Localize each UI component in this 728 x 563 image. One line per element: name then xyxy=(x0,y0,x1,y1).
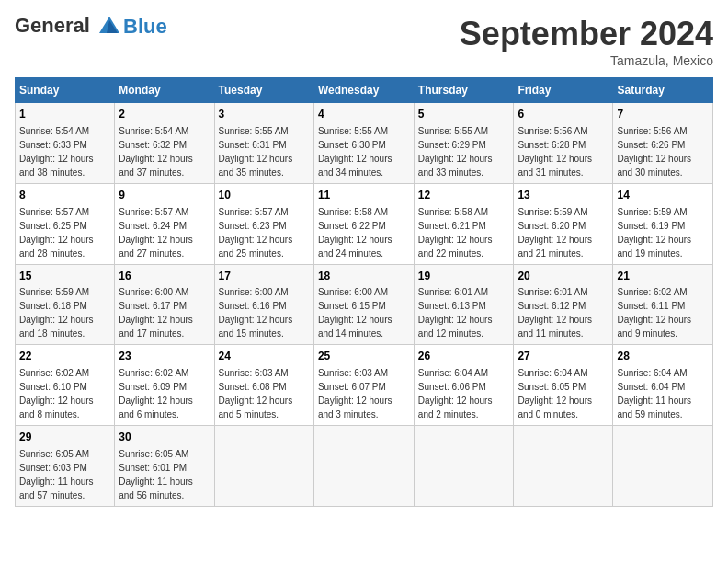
calendar-table: SundayMondayTuesdayWednesdayThursdayFrid… xyxy=(15,77,713,507)
calendar-day-cell: 17 Sunrise: 6:00 AMSunset: 6:16 PMDaylig… xyxy=(214,264,313,345)
logo-icon xyxy=(97,15,121,39)
calendar-day-cell: 25 Sunrise: 6:03 AMSunset: 6:07 PMDaylig… xyxy=(313,345,414,426)
calendar-day-cell: 5 Sunrise: 5:55 AMSunset: 6:29 PMDayligh… xyxy=(414,103,514,184)
calendar-day-cell xyxy=(613,426,713,507)
calendar-body: 1 Sunrise: 5:54 AMSunset: 6:33 PMDayligh… xyxy=(16,103,713,507)
calendar-day-cell: 16 Sunrise: 6:00 AMSunset: 6:17 PMDaylig… xyxy=(115,264,214,345)
day-info: Sunrise: 5:59 AMSunset: 6:20 PMDaylight:… xyxy=(518,207,592,259)
calendar-day-cell: 13 Sunrise: 5:59 AMSunset: 6:20 PMDaylig… xyxy=(514,183,613,264)
day-info: Sunrise: 6:04 AMSunset: 6:06 PMDaylight:… xyxy=(418,368,493,419)
calendar-week-row: 8 Sunrise: 5:57 AMSunset: 6:25 PMDayligh… xyxy=(16,183,713,264)
calendar-day-cell: 6 Sunrise: 5:56 AMSunset: 6:28 PMDayligh… xyxy=(514,103,613,184)
day-number: 2 xyxy=(119,107,210,122)
calendar-day-cell: 15 Sunrise: 5:59 AMSunset: 6:18 PMDaylig… xyxy=(16,264,115,345)
calendar-day-cell: 26 Sunrise: 6:04 AMSunset: 6:06 PMDaylig… xyxy=(414,345,514,426)
weekday-header: Tuesday xyxy=(214,78,313,103)
day-info: Sunrise: 6:01 AMSunset: 6:12 PMDaylight:… xyxy=(518,287,592,339)
title-block: September 2024 Tamazula, Mexico xyxy=(460,15,713,68)
calendar-day-cell xyxy=(214,426,313,507)
calendar-day-cell: 7 Sunrise: 5:56 AMSunset: 6:26 PMDayligh… xyxy=(613,103,713,184)
calendar-day-cell: 29 Sunrise: 6:05 AMSunset: 6:03 PMDaylig… xyxy=(16,426,115,507)
day-info: Sunrise: 6:05 AMSunset: 6:01 PMDaylight:… xyxy=(119,449,193,500)
weekday-header: Thursday xyxy=(414,78,514,103)
day-number: 23 xyxy=(119,349,210,364)
day-number: 11 xyxy=(318,188,410,203)
day-number: 7 xyxy=(617,107,709,122)
day-number: 17 xyxy=(219,269,310,284)
weekday-header: Sunday xyxy=(16,78,115,103)
calendar-day-cell: 20 Sunrise: 6:01 AMSunset: 6:12 PMDaylig… xyxy=(514,264,613,345)
calendar-day-cell: 21 Sunrise: 6:02 AMSunset: 6:11 PMDaylig… xyxy=(613,264,713,345)
logo-blue: Blue xyxy=(123,15,167,39)
calendar-day-cell: 18 Sunrise: 6:00 AMSunset: 6:15 PMDaylig… xyxy=(313,264,414,345)
calendar-day-cell: 24 Sunrise: 6:03 AMSunset: 6:08 PMDaylig… xyxy=(214,345,313,426)
calendar-day-cell: 23 Sunrise: 6:02 AMSunset: 6:09 PMDaylig… xyxy=(115,345,214,426)
logo: General Blue xyxy=(15,15,167,39)
day-number: 28 xyxy=(617,349,709,364)
day-info: Sunrise: 5:58 AMSunset: 6:22 PMDaylight:… xyxy=(318,207,392,259)
calendar-day-cell: 27 Sunrise: 6:04 AMSunset: 6:05 PMDaylig… xyxy=(514,345,613,426)
calendar-day-cell: 22 Sunrise: 6:02 AMSunset: 6:10 PMDaylig… xyxy=(16,345,115,426)
day-info: Sunrise: 6:04 AMSunset: 6:04 PMDaylight:… xyxy=(617,368,691,419)
logo-general: General xyxy=(15,14,90,37)
calendar-week-row: 22 Sunrise: 6:02 AMSunset: 6:10 PMDaylig… xyxy=(16,345,713,426)
day-number: 6 xyxy=(518,107,609,122)
month-title: September 2024 xyxy=(460,15,713,53)
day-info: Sunrise: 5:57 AMSunset: 6:25 PMDaylight:… xyxy=(19,207,94,259)
day-info: Sunrise: 5:54 AMSunset: 6:33 PMDaylight:… xyxy=(19,126,94,178)
day-info: Sunrise: 5:56 AMSunset: 6:28 PMDaylight:… xyxy=(518,126,592,178)
day-number: 30 xyxy=(119,430,210,445)
day-number: 4 xyxy=(318,107,410,122)
weekday-header: Monday xyxy=(115,78,214,103)
calendar-day-cell: 12 Sunrise: 5:58 AMSunset: 6:21 PMDaylig… xyxy=(414,183,514,264)
day-info: Sunrise: 6:05 AMSunset: 6:03 PMDaylight:… xyxy=(19,449,94,500)
weekday-header: Friday xyxy=(514,78,613,103)
day-number: 13 xyxy=(518,188,609,203)
day-number: 26 xyxy=(418,349,510,364)
day-info: Sunrise: 6:04 AMSunset: 6:05 PMDaylight:… xyxy=(518,368,592,419)
day-info: Sunrise: 5:55 AMSunset: 6:30 PMDaylight:… xyxy=(318,126,392,178)
day-info: Sunrise: 5:57 AMSunset: 6:24 PMDaylight:… xyxy=(119,207,193,259)
day-number: 29 xyxy=(19,430,110,445)
calendar-day-cell: 30 Sunrise: 6:05 AMSunset: 6:01 PMDaylig… xyxy=(115,426,214,507)
calendar-day-cell: 19 Sunrise: 6:01 AMSunset: 6:13 PMDaylig… xyxy=(414,264,514,345)
calendar-week-row: 29 Sunrise: 6:05 AMSunset: 6:03 PMDaylig… xyxy=(16,426,713,507)
weekday-header: Saturday xyxy=(613,78,713,103)
day-number: 18 xyxy=(318,269,410,284)
calendar-day-cell: 9 Sunrise: 5:57 AMSunset: 6:24 PMDayligh… xyxy=(115,183,214,264)
day-number: 27 xyxy=(518,349,609,364)
calendar-header-row: SundayMondayTuesdayWednesdayThursdayFrid… xyxy=(16,78,713,103)
day-info: Sunrise: 5:58 AMSunset: 6:21 PMDaylight:… xyxy=(418,207,493,259)
day-number: 3 xyxy=(219,107,310,122)
calendar-day-cell: 14 Sunrise: 5:59 AMSunset: 6:19 PMDaylig… xyxy=(613,183,713,264)
calendar-day-cell: 1 Sunrise: 5:54 AMSunset: 6:33 PMDayligh… xyxy=(16,103,115,184)
day-number: 22 xyxy=(19,349,110,364)
calendar-day-cell xyxy=(514,426,613,507)
day-number: 25 xyxy=(318,349,410,364)
day-number: 8 xyxy=(19,188,110,203)
calendar-week-row: 15 Sunrise: 5:59 AMSunset: 6:18 PMDaylig… xyxy=(16,264,713,345)
day-info: Sunrise: 6:03 AMSunset: 6:07 PMDaylight:… xyxy=(318,368,392,419)
page-header: General Blue September 2024 Tamazula, Me… xyxy=(15,15,713,68)
day-number: 14 xyxy=(617,188,709,203)
day-number: 10 xyxy=(219,188,310,203)
day-number: 24 xyxy=(219,349,310,364)
day-number: 21 xyxy=(617,269,709,284)
day-info: Sunrise: 6:02 AMSunset: 6:11 PMDaylight:… xyxy=(617,287,691,339)
calendar-day-cell: 4 Sunrise: 5:55 AMSunset: 6:30 PMDayligh… xyxy=(313,103,414,184)
location: Tamazula, Mexico xyxy=(460,53,713,68)
calendar-day-cell xyxy=(414,426,514,507)
day-info: Sunrise: 6:02 AMSunset: 6:09 PMDaylight:… xyxy=(119,368,193,419)
day-info: Sunrise: 5:55 AMSunset: 6:31 PMDaylight:… xyxy=(219,126,293,178)
calendar-day-cell: 10 Sunrise: 5:57 AMSunset: 6:23 PMDaylig… xyxy=(214,183,313,264)
day-info: Sunrise: 6:01 AMSunset: 6:13 PMDaylight:… xyxy=(418,287,493,339)
day-info: Sunrise: 5:56 AMSunset: 6:26 PMDaylight:… xyxy=(617,126,691,178)
day-info: Sunrise: 6:03 AMSunset: 6:08 PMDaylight:… xyxy=(219,368,293,419)
day-info: Sunrise: 5:55 AMSunset: 6:29 PMDaylight:… xyxy=(418,126,493,178)
calendar-day-cell: 28 Sunrise: 6:04 AMSunset: 6:04 PMDaylig… xyxy=(613,345,713,426)
day-number: 16 xyxy=(119,269,210,284)
day-number: 1 xyxy=(19,107,110,122)
day-info: Sunrise: 5:57 AMSunset: 6:23 PMDaylight:… xyxy=(219,207,293,259)
day-number: 20 xyxy=(518,269,609,284)
day-info: Sunrise: 5:59 AMSunset: 6:18 PMDaylight:… xyxy=(19,287,94,339)
